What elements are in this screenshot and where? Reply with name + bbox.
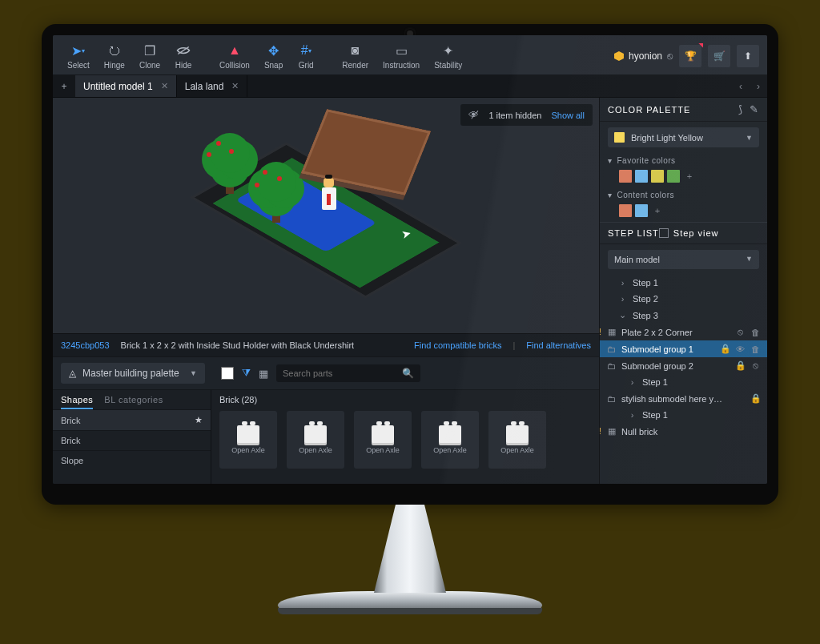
next-tab-button[interactable]: › <box>750 75 767 97</box>
tool-clone[interactable]: ❐ Clone <box>133 40 167 71</box>
submodel-row[interactable]: 🗀 stylish submodel here y… 🔒 <box>600 390 767 407</box>
close-icon[interactable]: ✕ <box>231 81 239 91</box>
favorite-colors: + <box>600 168 767 187</box>
app-window: ➤▾ Select ⭮ Hinge ❐ Clone Hide <box>53 35 767 484</box>
shape-row-brick[interactable]: Brick <box>53 430 211 450</box>
tool-render[interactable]: ◙ Render <box>336 40 375 71</box>
color-chip[interactable] <box>619 170 632 183</box>
chevron-down-icon: ▼ <box>190 369 197 377</box>
search-icon[interactable]: 🔍 <box>402 368 414 379</box>
step-row[interactable]: ›Step 2 <box>600 291 767 307</box>
step-view-checkbox[interactable] <box>659 228 669 238</box>
tool-snap[interactable]: ✥ Snap <box>258 40 289 71</box>
shape-row-brick[interactable]: Brick ★ <box>53 409 211 430</box>
color-chip[interactable] <box>635 204 648 217</box>
grid-view-icon[interactable]: ▦ <box>259 368 268 380</box>
tab-label: Untitled model 1 <box>83 81 153 92</box>
close-icon[interactable]: ✕ <box>161 81 168 91</box>
search-input[interactable] <box>283 368 397 378</box>
trash-icon[interactable]: 🗑 <box>750 328 761 337</box>
palette-toolbar: ◬ Master building palette ▼ ⧩ ▦ 🔍 <box>53 356 599 389</box>
part-row-plate[interactable]: ! ▦ Plate 2 x 2 Corner ⦸ 🗑 <box>600 324 767 340</box>
model-dropdown[interactable]: Main model ▼ <box>608 250 759 269</box>
eye-off-icon[interactable]: ⦸ <box>735 327 746 337</box>
prev-tab-button[interactable]: ‹ <box>732 75 750 97</box>
part-row-null[interactable]: ! ▦ Null brick <box>600 423 767 440</box>
shape-label: Brick <box>61 436 80 445</box>
tool-collision[interactable]: ▲ Collision <box>213 40 256 71</box>
shape-row-slope[interactable]: Slope <box>53 450 211 470</box>
shapes-tab[interactable]: Shapes <box>61 395 93 409</box>
part-id-link[interactable]: 3245cbp053 <box>61 340 110 350</box>
viewport-3d[interactable]: 👁⁠̸ 1 item hidden Show all <box>53 98 599 333</box>
add-color-button[interactable]: + <box>683 170 696 183</box>
warning-icon: ! <box>600 427 601 436</box>
favorite-colors-toggle[interactable]: ▾Favorite colors <box>600 153 767 168</box>
color-chip[interactable] <box>651 170 664 183</box>
submodel-row[interactable]: 🗀 Submodel group 2 🔒 ⦸ <box>600 357 767 374</box>
eyedropper-icon[interactable]: ✎ <box>750 103 759 115</box>
color-chip[interactable] <box>619 204 632 217</box>
lock-icon[interactable]: 🔒 <box>720 344 730 354</box>
tool-label: Select <box>67 61 90 70</box>
show-all-button[interactable]: Show all <box>551 111 585 120</box>
snap-icon: ✥ <box>265 42 283 59</box>
step-label: Step 1 <box>642 410 761 420</box>
part-thumbnail[interactable]: Open Axle <box>488 411 546 469</box>
part-thumbnail[interactable]: Open Axle <box>421 411 479 469</box>
part-thumbnail[interactable]: Open Axle <box>219 411 277 469</box>
filter-icon[interactable]: ⧩ <box>242 367 251 380</box>
step-view-label: Step view <box>673 228 719 238</box>
camera-icon: ◙ <box>347 42 364 59</box>
cart-button[interactable]: 🛒 <box>708 45 730 67</box>
paint-format-icon[interactable]: ⟆ <box>738 103 743 115</box>
content-colors-toggle[interactable]: ▾Content colors <box>600 187 767 203</box>
color-dropdown[interactable]: Bright Light Yellow ▼ <box>608 127 759 147</box>
add-color-button[interactable]: + <box>651 204 664 217</box>
new-tab-button[interactable]: + <box>53 75 75 97</box>
tab-lala-land[interactable]: Lala land ✕ <box>177 75 248 97</box>
tool-instruction[interactable]: ▭ Instruction <box>376 40 426 71</box>
eye-icon[interactable]: 👁 <box>735 344 746 354</box>
upload-button[interactable]: ⬆ <box>737 45 759 67</box>
part-thumbnail[interactable]: Open Axle <box>287 411 344 469</box>
chevron-right-icon: › <box>617 278 628 288</box>
part-thumbnail[interactable]: Open Axle <box>354 411 412 469</box>
trash-icon[interactable]: 🗑 <box>750 344 761 354</box>
folder-icon: 🗀 <box>606 344 617 354</box>
tool-grid[interactable]: # ▾ Grid <box>291 40 321 71</box>
find-alternatives-link[interactable]: Find alternatives <box>526 340 591 350</box>
tool-select[interactable]: ➤▾ Select <box>61 40 96 71</box>
lock-icon[interactable]: 🔒 <box>750 393 761 404</box>
palette-dropdown[interactable]: ◬ Master building palette ▼ <box>61 363 205 384</box>
color-chip[interactable] <box>667 170 680 183</box>
step-row[interactable]: ›Step 1 <box>600 407 767 423</box>
submodel-row[interactable]: 🗀 Submodel group 1 🔒 👁 🗑 <box>600 340 767 357</box>
step-row[interactable]: ›Step 1 <box>600 374 767 390</box>
header-title: STEP LIST <box>608 228 659 238</box>
header-title: COLOR PALETTE <box>608 105 690 115</box>
tool-hinge[interactable]: ⭮ Hinge <box>98 40 131 71</box>
color-chip[interactable] <box>635 170 648 183</box>
eye-off-icon[interactable]: ⦸ <box>750 360 761 371</box>
hide-icon <box>175 42 192 59</box>
tool-stability[interactable]: ✦ Stability <box>428 40 468 71</box>
star-icon[interactable]: ★ <box>195 415 203 425</box>
user-chip[interactable]: hyonion ⎋ <box>614 50 673 62</box>
tool-label: Stability <box>434 61 462 70</box>
bl-categories-tab[interactable]: BL categories <box>104 395 163 409</box>
logout-icon[interactable]: ⎋ <box>667 50 673 62</box>
find-compatible-link[interactable]: Find compatible bricks <box>414 340 501 350</box>
color-swatch-white[interactable] <box>221 367 234 380</box>
lock-icon[interactable]: 🔒 <box>735 360 746 371</box>
tab-untitled-model[interactable]: Untitled model 1 ✕ <box>75 75 177 97</box>
tool-label: Hinge <box>104 61 125 70</box>
folder-icon: 🗀 <box>606 361 617 371</box>
step-row[interactable]: ⌄Step 3 <box>600 307 767 324</box>
trophy-button[interactable]: 🏆 <box>679 45 701 67</box>
tool-hide[interactable]: Hide <box>168 40 199 71</box>
step-row[interactable]: ›Step 1 <box>600 275 767 291</box>
model-preview <box>202 152 450 288</box>
search-parts-box[interactable]: 🔍 <box>276 364 420 382</box>
part-label: Plate 2 x 2 Corner <box>621 328 730 337</box>
